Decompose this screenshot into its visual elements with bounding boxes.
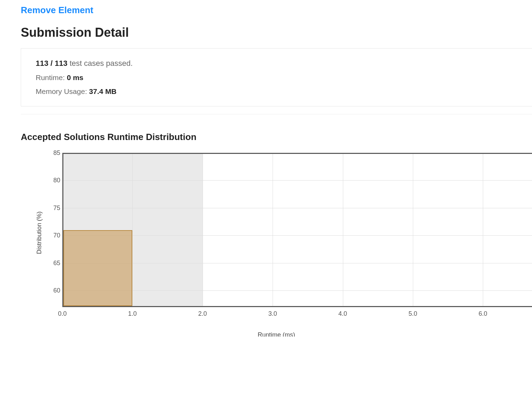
- memory-line: Memory Usage: 37.4 MB: [36, 87, 518, 96]
- y-axis-label: Distribution (%): [36, 211, 43, 254]
- cases-total: 113: [55, 59, 68, 68]
- y-tick-label: 65: [51, 259, 60, 267]
- plot-area[interactable]: 6065707580850.01.02.03.04.05.06.0: [62, 153, 532, 307]
- cases-suffix: test cases passed.: [68, 59, 133, 68]
- x-axis-label: Runtime (ms): [258, 331, 295, 337]
- y-tick-label: 75: [51, 204, 60, 211]
- divider: [21, 114, 532, 114]
- x-tick-label: 3.0: [268, 310, 277, 317]
- submission-detail-card: 113 / 113 test cases passed. Runtime: 0 …: [21, 48, 532, 106]
- runtime-distribution-chart: Distribution (%) Runtime (ms) 6065707580…: [21, 153, 532, 337]
- memory-value: 37.4 MB: [89, 87, 116, 95]
- x-tick-label: 0.0: [58, 310, 66, 317]
- x-tick-label: 2.0: [198, 310, 207, 317]
- runtime-label: Runtime:: [36, 73, 67, 81]
- y-tick-label: 80: [51, 177, 60, 184]
- y-tick-label: 70: [51, 232, 60, 239]
- x-tick-label: 4.0: [338, 310, 347, 317]
- x-tick-label: 6.0: [479, 310, 487, 317]
- runtime-line: Runtime: 0 ms: [36, 73, 518, 82]
- runtime-value: 0 ms: [67, 73, 83, 81]
- problem-link[interactable]: Remove Element: [21, 5, 94, 16]
- x-tick-label: 1.0: [128, 310, 137, 317]
- test-cases-line: 113 / 113 test cases passed.: [36, 59, 518, 68]
- memory-label: Memory Usage:: [36, 87, 89, 95]
- page-title: Submission Detail: [21, 25, 532, 40]
- chart-title: Accepted Solutions Runtime Distribution: [21, 132, 532, 142]
- x-tick-label: 5.0: [408, 310, 417, 317]
- y-tick-label: 85: [51, 149, 60, 157]
- y-tick-label: 60: [51, 287, 60, 294]
- cases-passed: 113: [36, 59, 48, 68]
- plot-border: [62, 153, 532, 307]
